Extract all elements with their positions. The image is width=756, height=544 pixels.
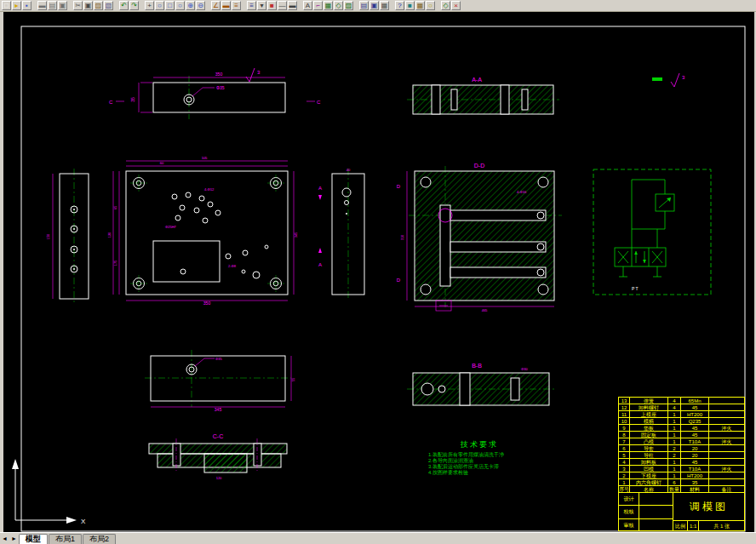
- tab-nav-next-button[interactable]: ►: [9, 534, 19, 544]
- cut-icon[interactable]: ✂: [73, 1, 83, 10]
- section-mark-d-top: D: [397, 184, 401, 189]
- parts-cell-no: 5: [619, 452, 630, 458]
- layers-icon[interactable]: ≡: [247, 1, 256, 10]
- render-icon[interactable]: ■: [405, 1, 415, 10]
- svg-text:Φ35: Φ35: [215, 357, 222, 361]
- match-properties-icon[interactable]: ▧: [104, 1, 113, 10]
- zoom-out-icon[interactable]: ⊖: [196, 1, 205, 10]
- lights-icon[interactable]: ○: [426, 1, 435, 10]
- open-icon[interactable]: ▸: [12, 1, 21, 10]
- tab-model[interactable]: 模型: [19, 534, 48, 544]
- svg-text:345: 345: [294, 232, 298, 238]
- linetype-icon[interactable]: —: [278, 1, 287, 10]
- svg-text:105: 105: [202, 156, 208, 160]
- ucs-icon: X: [12, 459, 86, 525]
- distance-icon[interactable]: ∠: [211, 1, 220, 10]
- toolbar-icon-glyph: ○: [156, 2, 163, 9]
- toolbar-icon-glyph: ×: [452, 2, 460, 9]
- parts-cell-name: 凸模: [630, 438, 668, 444]
- section-mark-c-left: C: [109, 100, 113, 105]
- parts-cell-no: 2: [619, 472, 630, 478]
- parts-cell-rem: [709, 445, 744, 451]
- redo-icon[interactable]: ↷: [129, 1, 139, 10]
- zoom-window-icon[interactable]: □: [165, 1, 175, 10]
- tab-layout1[interactable]: 布局1: [49, 534, 82, 544]
- print-preview-icon[interactable]: ▤: [48, 1, 57, 10]
- toolbar-icon-glyph: ■: [268, 2, 276, 9]
- tab-layout2[interactable]: 布局2: [83, 534, 116, 544]
- toolbar-icon-glyph: ↶: [120, 2, 128, 9]
- 导套: 6 导套 2 20: [619, 445, 744, 452]
- tech-req-title: 技术要求: [428, 439, 530, 450]
- layout-tab-bar: ◄ ► 模型布局1布局2: [0, 532, 756, 544]
- dim-plate-width: 350: [215, 72, 223, 77]
- svg-text:4-Φ16: 4-Φ16: [517, 190, 527, 194]
- parts-cell-qty: 1: [668, 418, 681, 424]
- hatch-tool-icon[interactable]: ▨: [344, 1, 353, 10]
- parts-cell-name: 固定板: [630, 432, 668, 438]
- toolbar-icon-glyph: ○: [427, 2, 434, 9]
- materials-icon[interactable]: ▦: [415, 1, 425, 10]
- block-icon[interactable]: ◇: [334, 1, 343, 10]
- 卸料板: 4 卸料板 1 45: [619, 459, 744, 466]
- new-icon[interactable]: □: [2, 1, 11, 10]
- parts-cell-name: 垫板: [630, 425, 668, 431]
- zoom-in-icon[interactable]: ⊕: [186, 1, 195, 10]
- calculator-icon[interactable]: ▦: [380, 1, 389, 10]
- toolbar-icon-glyph: ∠: [212, 2, 220, 9]
- text-style-icon[interactable]: A: [303, 1, 312, 10]
- properties-icon[interactable]: ▤: [359, 1, 369, 10]
- scale-label: 比例: [673, 521, 688, 531]
- pan-icon[interactable]: +: [145, 1, 154, 10]
- zoom-realtime-icon[interactable]: ○: [155, 1, 164, 10]
- view-section-dd: D-D 310 465 4-Φ16 D D: [397, 163, 562, 312]
- designcenter-icon[interactable]: ▣: [369, 1, 379, 10]
- 卸料螺钉: 12 卸料螺钉 4 45: [619, 404, 744, 411]
- lineweight-icon[interactable]: ▬: [288, 1, 297, 10]
- title-block-info: 设计 校核 审核 调模图 比例 1:1 共 1 张: [619, 493, 744, 531]
- list-icon[interactable]: ≡: [232, 1, 241, 10]
- parts-cell-no: 10: [619, 418, 630, 424]
- parts-header-row: 序号 名称 数量 材料 备注: [619, 486, 744, 493]
- parts-cell-qty: 1: [668, 472, 681, 478]
- 垫板: 9 垫板 1 45 淬火: [619, 425, 744, 432]
- paste-icon[interactable]: ▨: [94, 1, 103, 10]
- toolbar-icon-glyph: —: [278, 2, 286, 9]
- parts-cell-name: 模柄: [630, 418, 668, 424]
- svg-text:55: 55: [291, 377, 295, 381]
- toolbar-icon-glyph: □: [166, 2, 174, 9]
- color-control-icon[interactable]: ■: [267, 1, 277, 10]
- svg-text:4-Φ12: 4-Φ12: [204, 187, 215, 192]
- toolbar-icon-glyph: ▤: [49, 2, 56, 9]
- undo-icon[interactable]: ↶: [119, 1, 129, 10]
- svg-text:345: 345: [215, 407, 222, 412]
- help-icon[interactable]: ?: [395, 1, 404, 10]
- parts-cell-qty: 4: [668, 398, 681, 404]
- svg-text:3: 3: [257, 70, 261, 75]
- area-icon[interactable]: ▬: [221, 1, 231, 10]
- parts-cell-mat: 45: [681, 425, 709, 431]
- tab-nav-prev-button[interactable]: ◄: [0, 534, 9, 544]
- section-mark-d-bottom: D: [397, 278, 401, 283]
- copy-icon[interactable]: ▣: [83, 1, 93, 10]
- zoom-previous-icon[interactable]: ○: [175, 1, 185, 10]
- parts-cell-mat: T10A: [681, 466, 709, 472]
- cad-application-window: □▸▪▬▤▣✂▣▨▧↶↷+○□○⊕⊖∠▬≡≡▾■—▬A⌐▦◇▨▤▣▦?■▦○◇×: [0, 0, 756, 544]
- parts-cell-mat: 45: [681, 432, 709, 438]
- audit-value: [639, 519, 673, 531]
- parts-cell-mat: 65Mn: [681, 398, 709, 404]
- section-bb-label: B-B: [472, 363, 482, 369]
- save-icon[interactable]: ▪: [22, 1, 32, 10]
- dim-style-icon[interactable]: ⌐: [313, 1, 323, 10]
- exit-icon[interactable]: ×: [451, 1, 461, 10]
- parts-cell-qty: 1: [668, 466, 681, 472]
- publish-icon[interactable]: ▣: [58, 1, 67, 10]
- layer-control-icon[interactable]: ▾: [257, 1, 266, 10]
- parts-cell-mat: 20: [681, 452, 709, 458]
- table-icon[interactable]: ▦: [324, 1, 333, 10]
- osnap-icon[interactable]: ◇: [441, 1, 450, 10]
- toolbar-icon-glyph: ○: [176, 2, 184, 9]
- 内六角螺钉: 1 内六角螺钉 6 35: [619, 479, 744, 486]
- drawing-canvas[interactable]: 35 350 Φ35 C C A-A: [3, 12, 754, 533]
- plot-icon[interactable]: ▬: [37, 1, 47, 10]
